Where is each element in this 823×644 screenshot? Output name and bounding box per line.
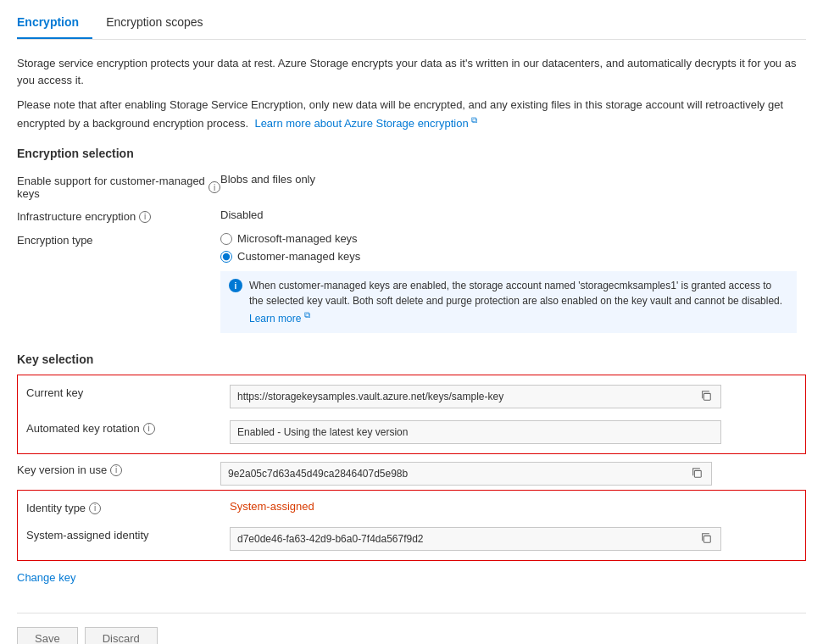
tab-encryption-scopes[interactable]: Encryption scopes [106, 8, 216, 39]
prop-identity-type: Identity type i System-assigned [26, 496, 797, 519]
save-button[interactable]: Save [17, 627, 78, 644]
prop-value-encryption-type: Microsoft-managed keys Customer-managed … [220, 232, 806, 333]
tabs-bar: Encryption Encryption scopes [17, 8, 806, 40]
key-selection-bordered-box: Current key https://storagekeysamples.va… [17, 375, 806, 458]
change-key-link[interactable]: Change key [17, 571, 75, 584]
system-assigned-identity-value: d7e0de46-fa63-42d9-b6a0-7f4da567f9d2 [237, 533, 695, 545]
info-box-text: When customer-managed keys are enabled, … [249, 278, 788, 326]
automated-key-rotation-value: Enabled - Using the latest key version [237, 426, 714, 438]
prop-current-key: Current key https://storagekeysamples.va… [26, 380, 797, 413]
encryption-selection-heading: Encryption selection [17, 147, 806, 160]
copy-current-key-icon[interactable] [700, 390, 714, 403]
page-container: Encryption Encryption scopes Storage ser… [0, 0, 823, 644]
copy-system-assigned-identity-icon[interactable] [700, 532, 714, 546]
radio-option-microsoft-managed[interactable]: Microsoft-managed keys [220, 232, 806, 245]
prop-label-identity-type: Identity type i [26, 500, 230, 514]
prop-key-version-in-use: Key version in use i 9e2a05c7d63a45d49ca… [17, 458, 806, 490]
automated-key-rotation-field: Enabled - Using the latest key version [230, 420, 721, 444]
info-external-icon: ⧉ [304, 310, 310, 319]
radio-option-customer-managed[interactable]: Customer-managed keys [220, 250, 806, 263]
svg-rect-1 [694, 471, 701, 478]
prop-value-current-key: https://storagekeysamples.vault.azure.ne… [230, 385, 797, 408]
info-icon-identity-type[interactable]: i [89, 502, 101, 514]
prop-value-customer-managed-keys: Blobs and files only [220, 173, 806, 186]
prop-infrastructure-encryption: Infrastructure encryption i Disabled [17, 204, 806, 228]
identity-bordered-box: Identity type i System-assigned System-a… [17, 490, 806, 561]
info-icon-customer-managed-keys[interactable]: i [209, 181, 220, 193]
description-1: Storage service encryption protects your… [17, 55, 806, 88]
system-assigned-identity-field: d7e0de46-fa63-42d9-b6a0-7f4da567f9d2 [230, 527, 721, 551]
svg-rect-0 [703, 394, 710, 401]
prop-label-customer-managed-keys: Enable support for customer-managed keys… [17, 173, 220, 200]
prop-label-automated-key-rotation: Automated key rotation i [26, 420, 230, 435]
prop-customer-managed-keys: Enable support for customer-managed keys… [17, 169, 806, 204]
current-key-field: https://storagekeysamples.vault.azure.ne… [230, 385, 721, 408]
info-icon-infrastructure-encryption[interactable]: i [139, 211, 151, 223]
prop-label-system-assigned-identity: System-assigned identity [26, 527, 230, 541]
prop-value-key-version-in-use: 9e2a05c7d63a45d49ca2846407d5e98b [220, 462, 806, 486]
prop-value-automated-key-rotation: Enabled - Using the latest key version [230, 420, 797, 444]
prop-label-key-version-in-use: Key version in use i [17, 462, 220, 476]
key-selection-box: Current key https://storagekeysamples.va… [17, 375, 806, 454]
action-buttons: Save Discard [17, 627, 806, 644]
info-icon-key-version-in-use[interactable]: i [110, 464, 122, 476]
prop-system-assigned-identity: System-assigned identity d7e0de46-fa63-4… [26, 523, 797, 555]
radio-group-encryption-type: Microsoft-managed keys Customer-managed … [220, 232, 806, 263]
key-version-field: 9e2a05c7d63a45d49ca2846407d5e98b [220, 462, 712, 486]
prop-value-identity-type: System-assigned [230, 500, 797, 513]
prop-encryption-type: Encryption type Microsoft-managed keys C… [17, 228, 806, 337]
tab-encryption[interactable]: Encryption [17, 8, 92, 39]
customer-managed-info-box: i When customer-managed keys are enabled… [220, 271, 797, 333]
prop-label-encryption-type: Encryption type [17, 232, 220, 247]
info-learn-more-link[interactable]: Learn more ⧉ [249, 313, 310, 325]
description-2: Please note that after enabling Storage … [17, 97, 806, 131]
info-icon-automated-key-rotation[interactable]: i [143, 423, 155, 435]
current-key-value: https://storagekeysamples.vault.azure.ne… [237, 391, 695, 402]
radio-microsoft-managed[interactable] [220, 233, 232, 245]
copy-key-version-icon[interactable] [691, 467, 704, 480]
prop-value-system-assigned-identity: d7e0de46-fa63-42d9-b6a0-7f4da567f9d2 [230, 527, 797, 551]
prop-label-current-key: Current key [26, 385, 230, 399]
learn-more-link[interactable]: Learn more about Azure Storage encryptio… [254, 117, 477, 130]
prop-automated-key-rotation: Automated key rotation i Enabled - Using… [26, 416, 797, 448]
svg-rect-2 [703, 536, 710, 543]
key-selection-heading: Key selection [17, 353, 806, 366]
key-version-value: 9e2a05c7d63a45d49ca2846407d5e98b [228, 468, 686, 480]
radio-customer-managed[interactable] [220, 251, 232, 263]
prop-label-infrastructure-encryption: Infrastructure encryption i [17, 208, 220, 223]
info-circle-icon: i [229, 279, 242, 292]
bottom-divider [17, 613, 806, 613]
discard-button[interactable]: Discard [85, 627, 158, 644]
external-link-icon: ⧉ [471, 115, 477, 125]
prop-value-infrastructure-encryption: Disabled [220, 208, 806, 221]
